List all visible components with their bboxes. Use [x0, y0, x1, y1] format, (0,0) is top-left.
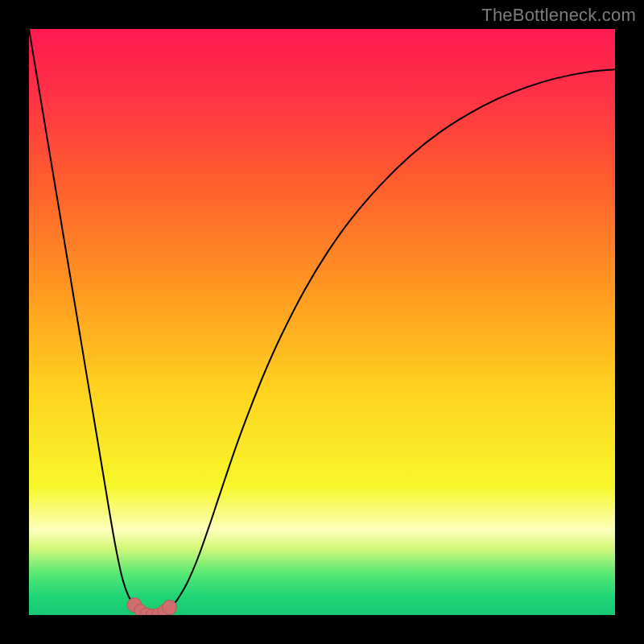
- curve-marker: [163, 601, 177, 615]
- chart-frame: TheBottleneck.com: [0, 0, 644, 644]
- curve-minimum-markers: [127, 598, 177, 615]
- bottleneck-curve-layer: [29, 29, 615, 615]
- watermark-text: TheBottleneck.com: [481, 5, 636, 26]
- bottleneck-curve: [29, 29, 615, 615]
- plot-area: [29, 29, 615, 615]
